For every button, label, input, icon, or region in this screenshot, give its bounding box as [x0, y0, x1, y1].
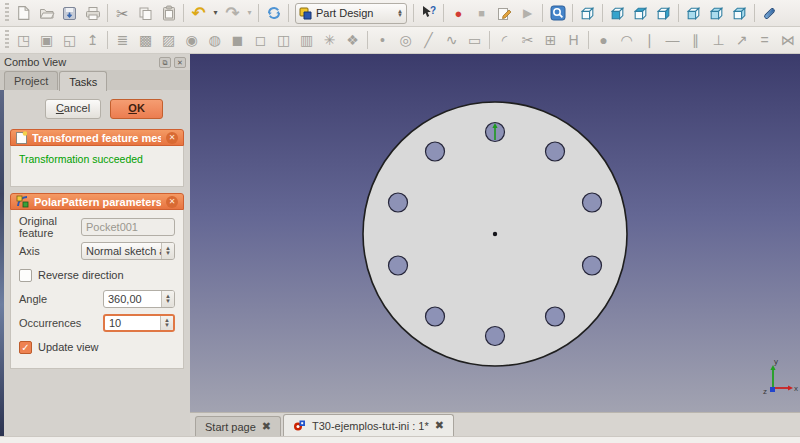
parameters-section-title: PolarPattern parameters: [34, 196, 161, 208]
desktop-wallpaper-strip: [0, 90, 4, 436]
constraint-coincident-icon: ●: [599, 33, 607, 47]
workbench-selector[interactable]: Part Design▲▼: [295, 3, 407, 24]
axis-select[interactable]: Normal sketch axis ▲▼: [81, 242, 175, 260]
document-tab-label: Start page: [205, 421, 256, 433]
messages-section-header[interactable]: Transformed feature messages ✕: [10, 129, 184, 146]
view-bottom-button[interactable]: [705, 2, 728, 25]
create-body-button: ≣: [111, 29, 134, 52]
toolbar-separator: [107, 4, 108, 22]
toolbar-separator: [288, 4, 289, 22]
transformation-message: Transformation succeeded: [19, 153, 175, 179]
3d-viewport[interactable]: y x z: [190, 54, 800, 412]
tab-tasks[interactable]: Tasks: [59, 71, 107, 91]
messages-section-body: Transformation succeeded: [10, 146, 184, 187]
new-file-button: [12, 2, 35, 25]
messages-section-title: Transformed feature messages: [32, 132, 161, 144]
mdi-area: y x z Start page✖T30-ejemplos-tut-ini : …: [190, 54, 800, 436]
dock-close-button[interactable]: ✕: [174, 57, 186, 68]
additive-primitive-button: ◼: [226, 29, 249, 52]
undo-dropdown[interactable]: ▾: [210, 2, 221, 25]
macro-edit-button[interactable]: [493, 2, 516, 25]
update-view-checkbox[interactable]: ✓: [19, 341, 32, 354]
angle-spin-arrows-icon[interactable]: ▲▼: [161, 291, 174, 307]
occurrences-spin-arrows-icon[interactable]: ▲▼: [160, 316, 173, 330]
pattern-hole[interactable]: [486, 327, 505, 346]
combo-view-tabs: Project Tasks: [0, 70, 190, 90]
view-axonometric-button[interactable]: [576, 2, 599, 25]
pattern-hole[interactable]: [583, 256, 602, 275]
toolbar-separator: [754, 4, 755, 22]
ok-button[interactable]: OK: [110, 99, 163, 119]
combo-view-title: Combo View: [4, 56, 156, 68]
toolbar-drag-handle[interactable]: [5, 30, 9, 50]
view-right-button[interactable]: [652, 2, 675, 25]
partdesign-sketcher-toolbar: ◳▣◱↥≣▩▨◉◍◼◻◫▥✳❖•◎╱∿▭◜✂⊞H●◠❘—∥⊥↗=⋈»: [0, 27, 800, 54]
undo-icon: ↶: [191, 5, 205, 22]
pattern-hole[interactable]: [546, 142, 565, 161]
document-tab-label: T30-ejemplos-tut-ini : 1*: [312, 420, 429, 432]
parameters-section-header[interactable]: PolarPattern parameters ✕: [10, 193, 184, 210]
transformed-feature-messages-section: Transformed feature messages ✕ Transform…: [10, 129, 184, 187]
save-file-button[interactable]: [58, 2, 81, 25]
pattern-hole[interactable]: [583, 193, 602, 212]
angle-label: Angle: [19, 293, 103, 305]
parameters-close-icon[interactable]: ✕: [166, 196, 178, 208]
axis-row: Axis Normal sketch axis ▲▼: [19, 241, 175, 261]
toolbar-separator: [107, 31, 108, 49]
refresh-button[interactable]: [262, 2, 285, 25]
construction-mode-button: H: [562, 29, 585, 52]
linear-pattern-button: ▥: [295, 29, 318, 52]
workbench-icon: [299, 7, 312, 20]
view-left-button[interactable]: [728, 2, 751, 25]
tab-close-icon[interactable]: ✖: [435, 419, 444, 432]
multi-transform-icon: ❖: [346, 33, 359, 47]
whats-this-button[interactable]: ?: [417, 2, 440, 25]
undo-button[interactable]: ↶: [187, 2, 210, 25]
combo-arrows-icon: ▲▼: [161, 243, 174, 259]
original-feature-field: Pocket001: [81, 218, 175, 236]
constraint-horizontal-icon: —: [666, 33, 680, 47]
combo-arrows-icon: ▲▼: [397, 9, 403, 17]
view-rear-button[interactable]: [682, 2, 705, 25]
reverse-direction-checkbox[interactable]: [19, 269, 32, 282]
cancel-button[interactable]: Cancel: [45, 99, 101, 119]
pattern-hole[interactable]: [426, 142, 445, 161]
macro-record-button[interactable]: ●: [447, 2, 470, 25]
tab-project[interactable]: Project: [4, 71, 58, 90]
angle-row: Angle 360,00 ▲▼: [19, 289, 175, 309]
macro-stop-button: ■: [470, 2, 493, 25]
paste-button: [157, 2, 180, 25]
constraint-equal-button: =: [753, 29, 776, 52]
pattern-hole[interactable]: [389, 256, 408, 275]
pattern-hole[interactable]: [426, 307, 445, 326]
view-left-icon: [731, 5, 748, 22]
freecad-document-icon: [293, 419, 306, 432]
redo-dropdown-icon: ▾: [247, 9, 251, 17]
messages-close-icon[interactable]: ✕: [166, 132, 178, 144]
view-front-button[interactable]: [606, 2, 629, 25]
pad-icon: ▩: [139, 33, 152, 47]
print-button: [81, 2, 104, 25]
document-tab-start-page[interactable]: Start page✖: [195, 416, 281, 436]
multi-transform-button: ❖: [341, 29, 364, 52]
copy-icon: [138, 6, 153, 21]
occurrences-spinbox[interactable]: 10 ▲▼: [103, 314, 175, 332]
disc-center-point[interactable]: [493, 232, 497, 236]
angle-spinbox[interactable]: 360,00 ▲▼: [103, 290, 175, 308]
measure-distance-button[interactable]: [758, 2, 781, 25]
view-right-icon: [655, 5, 672, 22]
toolbar-drag-handle[interactable]: [5, 3, 9, 23]
view-top-button[interactable]: [629, 2, 652, 25]
dock-float-button[interactable]: ⧉: [159, 57, 171, 68]
view-bottom-icon: [708, 5, 725, 22]
fit-all-button[interactable]: [546, 2, 569, 25]
macro-play-icon: ▶: [523, 7, 532, 19]
toolbar-separator: [367, 31, 368, 49]
pattern-hole[interactable]: [389, 193, 408, 212]
polarpattern-parameters-section: PolarPattern parameters ✕ Original featu…: [10, 193, 184, 369]
workbench-selected-label: Part Design: [316, 7, 393, 19]
tab-close-icon[interactable]: ✖: [262, 420, 271, 433]
document-tab-active-document[interactable]: T30-ejemplos-tut-ini : 1*✖: [283, 414, 454, 436]
pattern-hole[interactable]: [546, 307, 565, 326]
constraint-perpendicular-icon: ⊥: [712, 33, 724, 47]
